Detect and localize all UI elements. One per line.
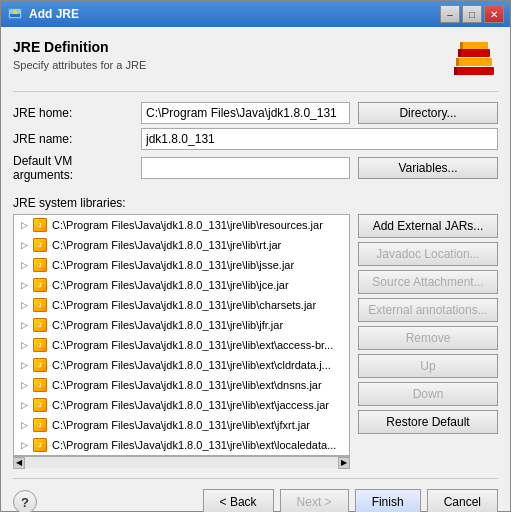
scroll-track[interactable] — [25, 459, 338, 467]
svg-rect-5 — [456, 58, 492, 66]
add-external-jars-button[interactable]: Add External JARs... — [358, 214, 498, 238]
library-path: C:\Program Files\Java\jdk1.8.0_131\jre\l… — [52, 239, 281, 251]
jre-name-label: JRE name: — [13, 132, 133, 146]
jar-icon: J — [32, 217, 48, 233]
vm-args-input[interactable] — [141, 157, 350, 179]
maximize-button[interactable]: □ — [462, 5, 482, 23]
jar-icon: J — [32, 257, 48, 273]
libraries-buttons: Add External JARs... Javadoc Location...… — [358, 214, 498, 468]
tree-expand-icon: ▷ — [18, 279, 30, 291]
tree-expand-icon: ▷ — [18, 399, 30, 411]
jar-icon: J — [32, 357, 48, 373]
title-bar-text: Add JRE — [29, 7, 440, 21]
finish-button[interactable]: Finish — [355, 489, 421, 512]
restore-default-button[interactable]: Restore Default — [358, 410, 498, 434]
header-text: JRE Definition Specify attributes for a … — [13, 39, 146, 71]
list-item[interactable]: ▷JC:\Program Files\Java\jdk1.8.0_131\jre… — [14, 375, 349, 395]
window-icon — [7, 6, 23, 22]
jar-icon: J — [32, 317, 48, 333]
nav-buttons: < Back Next > Finish Cancel — [203, 489, 498, 512]
tree-expand-icon: ▷ — [18, 219, 30, 231]
scroll-right[interactable]: ▶ — [338, 457, 350, 469]
jar-icon: J — [32, 337, 48, 353]
external-annotations-button[interactable]: External annotations... — [358, 298, 498, 322]
library-path: C:\Program Files\Java\jdk1.8.0_131\jre\l… — [52, 339, 333, 351]
up-button[interactable]: Up — [358, 354, 498, 378]
list-item[interactable]: ▷JC:\Program Files\Java\jdk1.8.0_131\jre… — [14, 335, 349, 355]
form-section: JRE home: Directory... JRE name: Default… — [13, 102, 498, 186]
library-path: C:\Program Files\Java\jdk1.8.0_131\jre\l… — [52, 359, 331, 371]
jre-name-input[interactable] — [141, 128, 498, 150]
library-path: C:\Program Files\Java\jdk1.8.0_131\jre\l… — [52, 319, 283, 331]
help-button[interactable]: ? — [13, 490, 37, 512]
down-button[interactable]: Down — [358, 382, 498, 406]
jre-home-row: JRE home: Directory... — [13, 102, 498, 124]
list-item[interactable]: ▷JC:\Program Files\Java\jdk1.8.0_131\jre… — [14, 395, 349, 415]
javadoc-location-button[interactable]: Javadoc Location... — [358, 242, 498, 266]
scroll-left[interactable]: ◀ — [13, 457, 25, 469]
svg-rect-6 — [458, 49, 490, 57]
minimize-button[interactable]: – — [440, 5, 460, 23]
svg-rect-2 — [10, 14, 20, 17]
svg-rect-10 — [458, 49, 461, 57]
dialog-content: JRE Definition Specify attributes for a … — [1, 27, 510, 512]
tree-expand-icon: ▷ — [18, 339, 30, 351]
header-section: JRE Definition Specify attributes for a … — [13, 39, 498, 92]
cancel-button[interactable]: Cancel — [427, 489, 498, 512]
title-bar: Add JRE – □ ✕ — [1, 1, 510, 27]
vm-args-row: Default VM arguments: Variables... — [13, 154, 498, 182]
tree-expand-icon: ▷ — [18, 319, 30, 331]
back-button[interactable]: < Back — [203, 489, 274, 512]
next-button[interactable]: Next > — [280, 489, 349, 512]
jar-icon: J — [32, 437, 48, 453]
library-path: C:\Program Files\Java\jdk1.8.0_131\jre\l… — [52, 379, 322, 391]
libraries-main: ▷JC:\Program Files\Java\jdk1.8.0_131\jre… — [13, 214, 498, 468]
list-item[interactable]: ▷JC:\Program Files\Java\jdk1.8.0_131\jre… — [14, 215, 349, 235]
dialog-title: JRE Definition — [13, 39, 146, 55]
tree-expand-icon: ▷ — [18, 359, 30, 371]
tree-expand-icon: ▷ — [18, 419, 30, 431]
list-item[interactable]: ▷JC:\Program Files\Java\jdk1.8.0_131\jre… — [14, 295, 349, 315]
source-attachment-button[interactable]: Source Attachment... — [358, 270, 498, 294]
list-item[interactable]: ▷JC:\Program Files\Java\jdk1.8.0_131\jre… — [14, 275, 349, 295]
jar-icon: J — [32, 377, 48, 393]
libraries-label: JRE system libraries: — [13, 196, 498, 210]
list-item[interactable]: ▷JC:\Program Files\Java\jdk1.8.0_131\jre… — [14, 415, 349, 435]
tree-expand-icon: ▷ — [18, 239, 30, 251]
list-item[interactable]: ▷JC:\Program Files\Java\jdk1.8.0_131\jre… — [14, 255, 349, 275]
jre-name-row: JRE name: — [13, 128, 498, 150]
title-bar-buttons: – □ ✕ — [440, 5, 504, 23]
horizontal-scrollbar[interactable]: ◀ ▶ — [13, 456, 350, 468]
list-item[interactable]: ▷JC:\Program Files\Java\jdk1.8.0_131\jre… — [14, 435, 349, 455]
dialog-subtitle: Specify attributes for a JRE — [13, 59, 146, 71]
library-path: C:\Program Files\Java\jdk1.8.0_131\jre\l… — [52, 299, 316, 311]
tree-expand-icon: ▷ — [18, 439, 30, 451]
svg-point-3 — [13, 10, 17, 14]
remove-button[interactable]: Remove — [358, 326, 498, 350]
list-item[interactable]: ▷JC:\Program Files\Java\jdk1.8.0_131\jre… — [14, 315, 349, 335]
jar-icon: J — [32, 277, 48, 293]
library-path: C:\Program Files\Java\jdk1.8.0_131\jre\l… — [52, 279, 289, 291]
library-path: C:\Program Files\Java\jdk1.8.0_131\jre\l… — [52, 259, 294, 271]
jar-icon: J — [32, 237, 48, 253]
list-item[interactable]: ▷JC:\Program Files\Java\jdk1.8.0_131\jre… — [14, 235, 349, 255]
library-path: C:\Program Files\Java\jdk1.8.0_131\jre\l… — [52, 419, 310, 431]
close-button[interactable]: ✕ — [484, 5, 504, 23]
library-path: C:\Program Files\Java\jdk1.8.0_131\jre\l… — [52, 399, 329, 411]
jre-home-label: JRE home: — [13, 106, 133, 120]
jre-home-input[interactable] — [141, 102, 350, 124]
directory-button[interactable]: Directory... — [358, 102, 498, 124]
libraries-list[interactable]: ▷JC:\Program Files\Java\jdk1.8.0_131\jre… — [13, 214, 350, 456]
jre-icon — [450, 39, 498, 81]
list-item[interactable]: ▷JC:\Program Files\Java\jdk1.8.0_131\jre… — [14, 355, 349, 375]
libraries-section: JRE system libraries: ▷JC:\Program Files… — [13, 196, 498, 468]
tree-expand-icon: ▷ — [18, 379, 30, 391]
svg-rect-8 — [454, 67, 457, 75]
svg-rect-4 — [454, 67, 494, 75]
variables-button[interactable]: Variables... — [358, 157, 498, 179]
bottom-buttons: ? < Back Next > Finish Cancel — [13, 478, 498, 512]
library-path: C:\Program Files\Java\jdk1.8.0_131\jre\l… — [52, 219, 323, 231]
tree-expand-icon: ▷ — [18, 299, 30, 311]
tree-expand-icon: ▷ — [18, 259, 30, 271]
library-path: C:\Program Files\Java\jdk1.8.0_131\jre\l… — [52, 439, 336, 451]
